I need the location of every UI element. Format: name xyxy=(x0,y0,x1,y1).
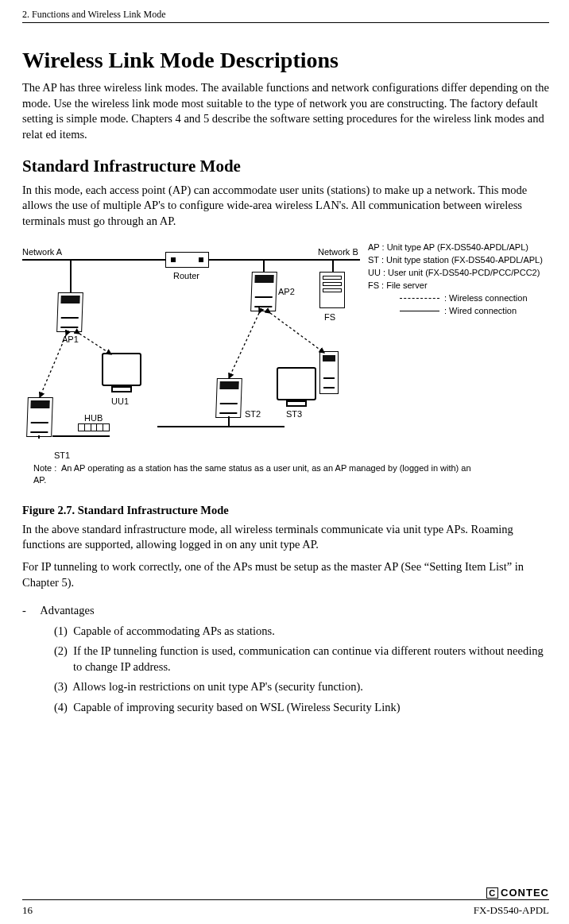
footer-rule xyxy=(22,899,549,900)
st2-drop xyxy=(228,416,230,426)
label-fs: FS xyxy=(324,311,335,323)
advantages-list: (1) Capable of accommodating APs as stat… xyxy=(22,624,549,716)
legend-wireless: : Wireless connection xyxy=(444,292,528,305)
label-st1: ST1 xyxy=(54,450,70,462)
st2-icon xyxy=(215,378,242,418)
section-heading-standard: Standard Infrastructure Mode xyxy=(22,155,549,177)
router-icon xyxy=(165,252,209,268)
label-uu1: UU1 xyxy=(111,396,129,408)
legend-solid-line-icon xyxy=(400,311,439,311)
legend-dashed-line-icon xyxy=(400,298,439,299)
ap2-icon xyxy=(250,272,277,311)
label-network-a: Network A xyxy=(22,246,62,258)
advantage-item-3: (3) Allows log-in restrictions on unit t… xyxy=(54,679,549,695)
uu1-icon xyxy=(102,353,141,386)
page-number: 16 xyxy=(22,903,33,918)
legend-wired: : Wired connection xyxy=(444,305,517,318)
legend-uu: UU : User unit (FX-DS540-PCD/PCC/PCC2) xyxy=(368,267,543,280)
intro-paragraph: The AP has three wireless link modes. Th… xyxy=(22,80,549,142)
advantage-item-1: (1) Capable of accommodating APs as stat… xyxy=(54,624,549,640)
brand-logo: CCONTEC xyxy=(22,886,549,900)
legend-st: ST : Unit type station (FX-DS540-APDL/AP… xyxy=(368,254,543,267)
after-fig-p1: In the above standard infrastructure mod… xyxy=(22,522,549,553)
advantages-heading-row: - Advantages xyxy=(22,603,549,619)
svg-line-1 xyxy=(79,334,111,354)
hub-icon xyxy=(78,423,110,431)
figure-note: Note : An AP operating as a station has … xyxy=(33,462,478,485)
ap1-icon xyxy=(56,292,83,332)
svg-line-3 xyxy=(270,313,324,353)
advantage-item-2: (2) If the IP tunneling function is used… xyxy=(54,644,549,675)
advantage-text-4: Capable of improving security based on W… xyxy=(73,701,400,713)
figure-legend: AP : Unit type AP (FX-DS540-APDL/APL) ST… xyxy=(368,242,543,318)
label-ap1: AP1 xyxy=(62,334,79,346)
network-a-line xyxy=(22,259,165,261)
advantages-dash: - xyxy=(22,604,26,617)
legend-fs: FS : File server xyxy=(368,280,543,292)
page-title: Wireless Link Mode Descriptions xyxy=(22,45,549,75)
header-rule xyxy=(22,22,549,23)
figure-2-7: Network A Network B Router AP1 AP2 FS UU… xyxy=(22,242,547,500)
st1-icon xyxy=(26,397,53,437)
label-network-b: Network B xyxy=(318,246,358,258)
page-footer: CCONTEC 16 FX-DS540-APDL xyxy=(22,886,549,918)
st3-tower-icon xyxy=(319,351,339,394)
advantage-text-1: Capable of accommodating APs as stations… xyxy=(73,624,275,637)
legend-ap: AP : Unit type AP (FX-DS540-APDL/APL) xyxy=(368,242,543,254)
note-label: Note : xyxy=(33,463,56,473)
figure-caption: Figure 2.7. Standard Infrastructure Mode xyxy=(22,503,549,519)
advantage-item-4: (4) Capable of improving security based … xyxy=(54,700,549,716)
network-b-line xyxy=(209,259,360,261)
advantage-text-2: If the IP tunneling function is used, co… xyxy=(73,644,544,673)
label-router: Router xyxy=(173,270,199,282)
file-server-icon xyxy=(319,272,345,308)
label-st2: ST2 xyxy=(245,408,261,420)
label-ap2: AP2 xyxy=(278,286,295,298)
st1-hub-wire-h xyxy=(52,435,110,437)
advantages-heading: Advantages xyxy=(40,604,94,617)
running-header: 2. Functions and Wireless Link Mode xyxy=(22,8,549,21)
brand-text: CONTEC xyxy=(501,887,549,899)
st2-net-line xyxy=(157,426,284,427)
wire-ap1 xyxy=(70,259,72,294)
st1-hub-wire-stub xyxy=(38,435,40,439)
model-number: FX-DS540-APDL xyxy=(474,903,549,918)
note-text: An AP operating as a station has the sam… xyxy=(33,463,471,484)
section1-paragraph: In this mode, each access point (AP) can… xyxy=(22,183,549,230)
label-hub: HUB xyxy=(84,412,103,424)
advantage-text-3: Allows log-in restrictions on unit type … xyxy=(72,680,362,693)
st3-monitor-icon xyxy=(277,367,316,400)
after-fig-p2: For IP tunneling to work correctly, one … xyxy=(22,559,549,590)
svg-line-2 xyxy=(229,313,259,378)
label-st3: ST3 xyxy=(286,408,302,420)
